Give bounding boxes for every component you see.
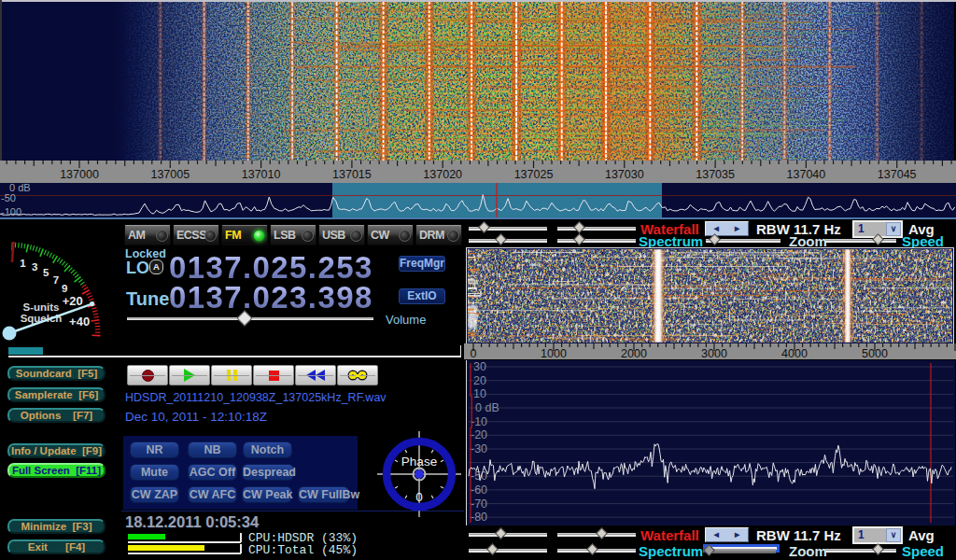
svg-text:20: 20 [473, 374, 486, 387]
svg-text:0: 0 [471, 347, 477, 359]
svg-text:-60: -60 [471, 483, 487, 497]
svg-text:-20: -20 [471, 428, 487, 441]
svg-text:137015: 137015 [332, 168, 372, 181]
svg-text:137005: 137005 [150, 168, 190, 181]
svg-text:0: 0 [415, 490, 423, 504]
svg-text:-50: -50 [1, 192, 16, 203]
svg-text:0 dB: 0 dB [475, 401, 499, 414]
svg-text:+40: +40 [69, 315, 90, 329]
svg-text:-30: -30 [471, 442, 487, 455]
svg-text:5: 5 [43, 267, 49, 278]
svg-text:137020: 137020 [423, 168, 462, 181]
svg-text:4000: 4000 [781, 347, 808, 359]
svg-text:10: 10 [473, 387, 486, 400]
svg-text:137025: 137025 [514, 168, 554, 181]
svg-text:30: 30 [473, 360, 486, 373]
svg-text:+20: +20 [63, 294, 83, 308]
svg-text:137010: 137010 [242, 168, 281, 181]
svg-text:-10: -10 [471, 415, 487, 428]
svg-text:-70: -70 [471, 497, 487, 511]
svg-text:7: 7 [53, 274, 59, 286]
svg-text:9: 9 [62, 283, 67, 294]
svg-text:137035: 137035 [696, 168, 735, 181]
svg-text:Phase: Phase [401, 455, 437, 469]
svg-text:137030: 137030 [605, 168, 644, 181]
svg-text:137000: 137000 [60, 168, 99, 181]
svg-text:3000: 3000 [701, 347, 727, 359]
svg-text:2000: 2000 [621, 347, 647, 359]
svg-text:S-units: S-units [23, 301, 60, 313]
svg-text:1: 1 [20, 258, 26, 269]
svg-text:-80: -80 [471, 511, 487, 524]
svg-text:137045: 137045 [878, 168, 917, 181]
svg-text:1000: 1000 [541, 347, 567, 359]
svg-text:5000: 5000 [862, 347, 888, 359]
svg-text:-100: -100 [1, 206, 21, 217]
svg-text:137040: 137040 [787, 168, 826, 181]
svg-text:3: 3 [32, 261, 37, 273]
